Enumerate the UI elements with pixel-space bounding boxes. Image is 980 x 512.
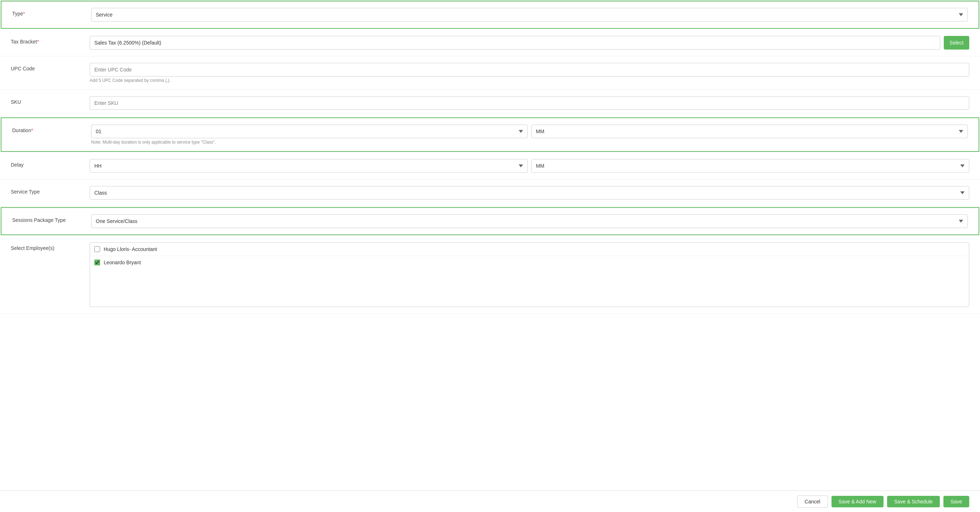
sessions-package-type-row: Sessions Package Type One Service/Class … — [1, 207, 979, 235]
type-row: Type* Service Product Gift Card — [1, 1, 979, 29]
upc-code-label: UPC Code — [11, 63, 90, 72]
select-employees-label: Select Employee(s) — [11, 242, 90, 251]
service-type-label: Service Type — [11, 186, 90, 195]
delay-mm-select[interactable]: MM 00 05 10 15 30 — [531, 159, 969, 173]
duration-row: Duration* 01 02 03 04 05 06 12 23 MM 00 … — [1, 117, 979, 152]
tax-bracket-label: Tax Bracket* — [11, 36, 90, 45]
duration-note: Note: Multi-day duration is only applica… — [91, 140, 968, 145]
list-item: Leonardo Bryant — [90, 256, 969, 269]
tax-bracket-field-content: Select — [90, 36, 969, 49]
upc-code-input[interactable] — [90, 63, 969, 77]
sessions-package-type-select[interactable]: One Service/Class Multiple Services/Clas… — [91, 214, 968, 228]
footer-bar: Cancel Save & Add New Save & Schedule Sa… — [0, 490, 980, 491]
upc-code-help: Add 5 UPC Code separated by comma (,). — [90, 78, 969, 83]
select-employees-row: Select Employee(s) Hugo Lloris- Accounta… — [0, 236, 980, 314]
type-field-content: Service Product Gift Card — [91, 8, 968, 22]
delay-hh-select[interactable]: HH 00 01 02 03 — [90, 159, 528, 173]
duration-field-content: 01 02 03 04 05 06 12 23 MM 00 05 10 15 2… — [91, 124, 968, 145]
service-type-field-content: Class Appointment Event — [90, 186, 969, 199]
upc-code-field-content: Add 5 UPC Code separated by comma (,). — [90, 63, 969, 83]
service-type-row: Service Type Class Appointment Event — [0, 180, 980, 206]
sku-input[interactable] — [90, 96, 969, 110]
form-container: Type* Service Product Gift Card Tax Brac… — [0, 1, 980, 491]
sku-row: SKU — [0, 90, 980, 117]
select-employees-field-content: Hugo Lloris- Accountant Leonardo Bryant — [90, 242, 969, 307]
tax-bracket-select-button[interactable]: Select — [944, 36, 969, 49]
sessions-package-type-label: Sessions Package Type — [12, 214, 91, 223]
sessions-package-type-field-content: One Service/Class Multiple Services/Clas… — [91, 214, 968, 228]
sku-label: SKU — [11, 96, 90, 105]
employees-container: Hugo Lloris- Accountant Leonardo Bryant — [90, 242, 969, 307]
type-label: Type* — [12, 8, 91, 16]
upc-code-row: UPC Code Add 5 UPC Code separated by com… — [0, 56, 980, 90]
employee-name: Hugo Lloris- Accountant — [103, 246, 157, 252]
delay-label: Delay — [11, 159, 90, 167]
employee-checkbox-leonardo[interactable] — [94, 260, 100, 265]
duration-mm-select[interactable]: MM 00 05 10 15 20 25 30 45 55 — [531, 124, 968, 138]
duration-label: Duration* — [12, 124, 91, 133]
tax-bracket-input[interactable] — [90, 36, 940, 49]
service-type-select[interactable]: Class Appointment Event — [90, 186, 969, 199]
type-select[interactable]: Service Product Gift Card — [91, 8, 968, 22]
delay-row: Delay HH 00 01 02 03 MM 00 05 10 15 30 — [0, 153, 980, 180]
employee-checkbox-hugo[interactable] — [94, 246, 100, 252]
list-item: Hugo Lloris- Accountant — [90, 243, 969, 256]
delay-field-content: HH 00 01 02 03 MM 00 05 10 15 30 — [90, 159, 969, 173]
tax-bracket-row: Tax Bracket* Select — [0, 29, 980, 56]
employee-name: Leonardo Bryant — [103, 260, 141, 265]
sku-field-content — [90, 96, 969, 110]
duration-hh-select[interactable]: 01 02 03 04 05 06 12 23 — [91, 124, 528, 138]
